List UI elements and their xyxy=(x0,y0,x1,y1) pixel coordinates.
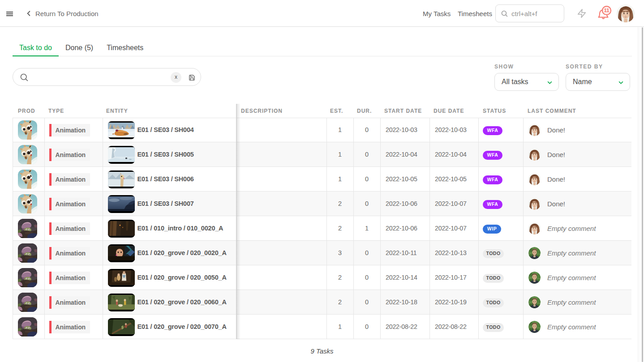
svg-text:11: 11 xyxy=(604,8,610,13)
